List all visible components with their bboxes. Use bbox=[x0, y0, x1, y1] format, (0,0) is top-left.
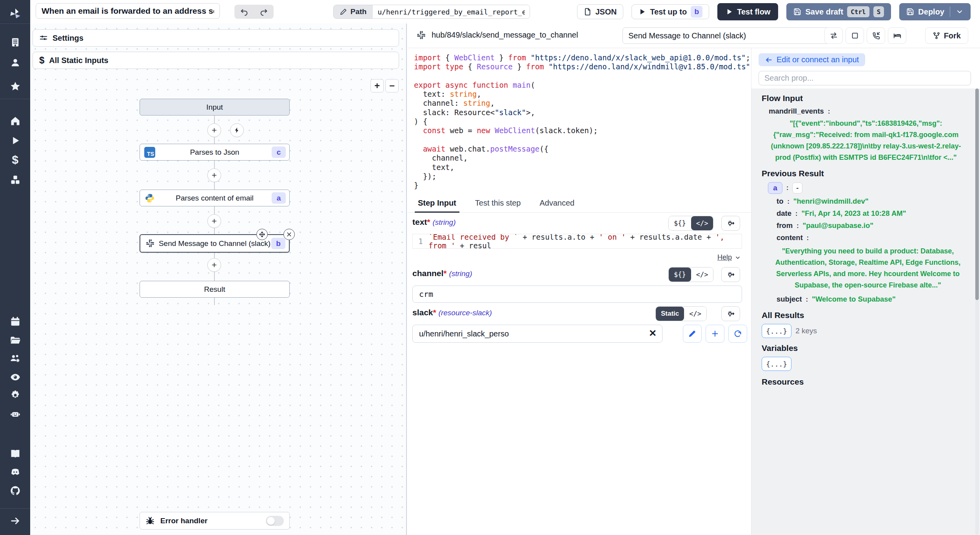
insert-step-button[interactable] bbox=[207, 123, 221, 137]
diff-button[interactable] bbox=[888, 27, 906, 44]
result-row[interactable]: date:"Fri, Apr 14, 2023 at 10:28 AM" bbox=[777, 209, 970, 218]
mode-javascript-button[interactable]: </> bbox=[691, 216, 713, 230]
expand-editor-button[interactable] bbox=[846, 27, 864, 44]
flow-input-key-row[interactable]: mandrill_events : bbox=[769, 107, 970, 116]
slack-resource-input[interactable] bbox=[412, 325, 662, 343]
add-resource-button[interactable] bbox=[706, 325, 724, 343]
node-input-label: Input bbox=[206, 103, 223, 112]
test-up-to-button[interactable]: Test up to b bbox=[632, 4, 709, 19]
trigger-button[interactable] bbox=[230, 123, 244, 137]
sidebar-item-workers[interactable] bbox=[0, 405, 30, 423]
json-button[interactable]: JSON bbox=[577, 4, 623, 19]
all-results-expand-badge[interactable]: {...} bbox=[762, 324, 791, 338]
mode-javascript-button[interactable]: </> bbox=[684, 307, 706, 321]
sidebar-item-discord[interactable] bbox=[0, 463, 30, 481]
windmill-logo-icon[interactable] bbox=[0, 5, 30, 23]
path-input[interactable] bbox=[373, 5, 530, 18]
sidebar-item-audit-logs[interactable] bbox=[0, 368, 30, 387]
text-connect-plug-button[interactable] bbox=[721, 216, 740, 231]
edit-or-connect-button[interactable]: Edit or connect an input bbox=[759, 53, 865, 66]
sidebar-item-settings[interactable] bbox=[0, 386, 30, 405]
sidebar-item-schedules[interactable] bbox=[0, 312, 30, 331]
error-handler-node[interactable]: Error handler bbox=[140, 512, 290, 530]
step-name-input[interactable] bbox=[622, 27, 829, 44]
channel-connect-plug-button[interactable] bbox=[721, 267, 740, 282]
node-input[interactable]: Input bbox=[140, 99, 290, 116]
step-id-badge: b bbox=[271, 238, 285, 249]
sidebar-collapse-arrow-icon[interactable] bbox=[0, 512, 30, 530]
result-content-value[interactable]: "Everything you need to build a product:… bbox=[766, 246, 970, 291]
all-static-inputs-button[interactable]: $ All Static Inputs bbox=[33, 52, 399, 69]
node-result[interactable]: Result bbox=[140, 281, 290, 298]
slack-connect-plug-button[interactable] bbox=[721, 306, 740, 321]
fork-button[interactable]: Fork bbox=[925, 27, 968, 44]
mode-static-button[interactable]: Static bbox=[656, 307, 684, 321]
save-draft-button[interactable]: Save draft Ctrl S bbox=[786, 3, 891, 20]
help-toggle[interactable]: Help bbox=[717, 253, 741, 262]
redo-button[interactable] bbox=[254, 5, 274, 19]
mode-javascript-button[interactable]: </> bbox=[691, 268, 713, 282]
undo-button[interactable] bbox=[234, 5, 254, 19]
app-sidebar: $ bbox=[0, 0, 30, 535]
slack-input-mode-toggle: Static </> bbox=[655, 306, 707, 321]
flow-input-title: Flow Input bbox=[762, 94, 970, 103]
node-step-a[interactable]: Parses content of email a bbox=[140, 190, 290, 206]
search-prop-input[interactable] bbox=[759, 71, 971, 85]
sidebar-item-runs[interactable] bbox=[0, 131, 30, 150]
node-step-b-selected[interactable]: Send Message to Channel (slack) b bbox=[140, 234, 290, 253]
sidebar-item-groups[interactable] bbox=[0, 349, 30, 368]
flow-input-value[interactable]: "[{"event":"inbound","ts":1683819426,"ms… bbox=[762, 118, 970, 163]
flow-title-input[interactable] bbox=[36, 3, 220, 19]
path-edit-button[interactable]: Path bbox=[334, 5, 373, 18]
graph-zoom-in-button[interactable]: + bbox=[370, 79, 384, 92]
channel-value-input[interactable] bbox=[412, 286, 742, 303]
result-row[interactable]: to:"henri@windmill.dev" bbox=[777, 197, 970, 206]
sidebar-item-home[interactable] bbox=[0, 112, 30, 130]
sidebar-item-favorites[interactable] bbox=[0, 77, 30, 96]
sidebar-item-variables[interactable]: $ bbox=[0, 150, 30, 169]
insert-step-button[interactable] bbox=[207, 168, 221, 182]
mode-template-button[interactable]: ${} bbox=[669, 268, 691, 282]
move-step-handle[interactable] bbox=[256, 229, 268, 240]
swap-script-button[interactable] bbox=[824, 27, 843, 44]
error-handler-toggle[interactable] bbox=[266, 516, 284, 526]
flow-settings-button[interactable]: Settings bbox=[33, 29, 399, 47]
collapse-badge[interactable]: - bbox=[792, 183, 802, 193]
sidebar-item-github[interactable] bbox=[0, 481, 30, 500]
save-icon bbox=[793, 8, 801, 16]
webhook-call-button[interactable] bbox=[867, 27, 885, 44]
sidebar-item-user[interactable] bbox=[0, 53, 30, 72]
result-row[interactable]: from:"paul@supabase.io" bbox=[777, 221, 970, 230]
play-icon bbox=[725, 8, 733, 16]
sidebar-item-docs[interactable] bbox=[0, 444, 30, 463]
prop-panel: Flow Input mandrill_events : "[{"event":… bbox=[751, 89, 980, 535]
plug-arrow-icon bbox=[726, 270, 735, 279]
mode-template-button[interactable]: ${} bbox=[669, 216, 691, 230]
clear-resource-button[interactable]: ✕ bbox=[649, 328, 657, 339]
sidebar-item-resources[interactable] bbox=[0, 170, 30, 189]
delete-step-button[interactable] bbox=[283, 229, 295, 240]
topbar: Path JSON Test up to b Test flow Save dr… bbox=[30, 0, 980, 23]
insert-step-button[interactable] bbox=[207, 258, 221, 272]
chevron-down-icon[interactable] bbox=[956, 8, 964, 16]
edit-resource-button[interactable] bbox=[683, 325, 702, 343]
refresh-resource-button[interactable] bbox=[728, 325, 747, 343]
result-row[interactable]: content: bbox=[777, 233, 970, 242]
sidebar-item-workspace[interactable] bbox=[0, 33, 30, 52]
result-key-a-badge[interactable]: a bbox=[768, 182, 782, 194]
result-row[interactable]: subject:"Welcome to Supabase" bbox=[777, 295, 970, 304]
step-editor-header: hub/849/slack/send_message_to_channel Fo… bbox=[408, 23, 980, 48]
test-flow-button[interactable]: Test flow bbox=[717, 3, 778, 20]
field-type: (resource-slack) bbox=[439, 309, 492, 317]
sidebar-item-folders[interactable] bbox=[0, 331, 30, 350]
hub-path-text[interactable]: hub/849/slack/send_message_to_channel bbox=[432, 31, 578, 40]
deploy-button[interactable]: Deploy bbox=[899, 3, 971, 20]
node-step-c[interactable]: TS Parses to Json c bbox=[140, 144, 290, 161]
text-expression-editor[interactable]: 1 `Email received by ` + results.a.to + … bbox=[412, 234, 742, 249]
insert-step-button[interactable] bbox=[207, 214, 221, 228]
test-up-to-step-badge[interactable]: b bbox=[691, 6, 702, 18]
scrollbar[interactable] bbox=[975, 89, 979, 535]
graph-zoom-out-button[interactable]: − bbox=[385, 79, 399, 92]
variables-expand-badge[interactable]: {...} bbox=[762, 357, 791, 371]
scrollbar-thumb[interactable] bbox=[975, 89, 979, 300]
